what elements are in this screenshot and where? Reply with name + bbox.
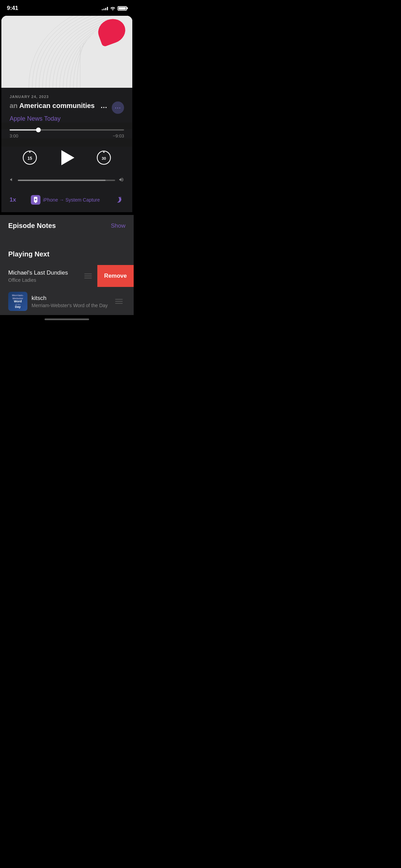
svg-rect-7 <box>35 202 36 203</box>
remove-button[interactable]: Remove <box>97 265 134 287</box>
play-icon <box>61 150 74 165</box>
sleep-timer-button[interactable]: zz <box>114 194 124 205</box>
queue-item-info: kitsch Merriam-Webster's Word of the Day <box>32 295 111 308</box>
battery-icon <box>118 6 127 11</box>
episode-title: an American communities Dead <box>10 101 108 110</box>
episode-notes-header: Episode Notes Show <box>8 222 125 230</box>
device-icon <box>31 195 40 205</box>
drag-handle-wotd[interactable] <box>111 299 128 304</box>
svg-text:zz: zz <box>119 196 121 198</box>
playback-speed-button[interactable]: 1x <box>10 196 16 203</box>
volume-slider[interactable] <box>18 180 115 181</box>
time-remaining: −9:03 <box>113 133 124 138</box>
play-button[interactable] <box>56 147 78 169</box>
skip-forward-icon: 30 <box>96 150 112 166</box>
episode-title-row: an American communities Dead ··· <box>10 101 124 114</box>
volume-fill <box>18 180 106 181</box>
queue-item: Michael's Last Dundies Office Ladies Rem… <box>8 265 134 287</box>
status-icons <box>102 6 127 11</box>
time-row: 3:00 −9:03 <box>10 133 124 138</box>
volume-min-icon <box>10 177 14 183</box>
queue-item-show: Office Ladies <box>8 277 80 283</box>
queue-item-art: Merriam- Webster Word of the Day <box>8 292 27 311</box>
episode-notes-section: Episode Notes Show <box>0 215 134 243</box>
episode-date: JANUARY 24, 2023 <box>10 95 124 99</box>
home-bar <box>45 318 89 320</box>
queue-item-content: Michael's Last Dundies Office Ladies <box>8 265 80 287</box>
svg-text:30: 30 <box>102 156 106 160</box>
episode-notes-title: Episode Notes <box>8 222 56 230</box>
queue-item-wotd: Merriam- Webster Word of the Day kitsch … <box>8 288 134 315</box>
playing-next-title: Playing Next <box>8 250 134 258</box>
volume-section <box>1 177 132 190</box>
queue-item-title: Michael's Last Dundies <box>8 269 80 276</box>
output-device-button[interactable]: iPhone → System Capture <box>31 195 100 205</box>
more-options-button[interactable]: ··· <box>112 101 124 114</box>
player-info: JANUARY 24, 2023 an American communities… <box>1 88 132 122</box>
bottom-controls: 1x iPhone → System Capture zz <box>1 190 132 212</box>
status-bar: 9:41 <box>0 0 134 14</box>
album-art <box>1 16 132 88</box>
skip-back-icon: 15 <box>22 150 38 166</box>
queue-item-title-wotd: kitsch <box>32 295 111 302</box>
playback-controls: 15 30 <box>1 147 132 177</box>
home-indicator <box>0 315 134 327</box>
progress-section: 3:00 −9:03 <box>1 129 132 138</box>
progress-bar[interactable] <box>10 129 124 131</box>
wifi-icon <box>110 6 116 10</box>
skip-back-button[interactable]: 15 <box>20 148 39 167</box>
svg-text:15: 15 <box>27 156 32 161</box>
podcast-name[interactable]: Apple News Today <box>10 115 124 122</box>
playing-next-section: Playing Next Michael's Last Dundies Offi… <box>0 243 134 315</box>
time-elapsed: 3:00 <box>10 133 18 138</box>
queue-item-show-wotd: Merriam-Webster's Word of the Day <box>32 303 111 308</box>
output-device-label: iPhone → System Capture <box>43 197 100 203</box>
skip-forward-button[interactable]: 30 <box>94 148 113 167</box>
volume-max-icon <box>119 177 124 183</box>
progress-fill <box>10 129 38 131</box>
progress-thumb <box>36 128 41 132</box>
svg-point-6 <box>35 199 36 201</box>
sleep-timer-icon: zz <box>114 194 124 204</box>
status-time: 9:41 <box>7 5 18 12</box>
episode-notes-show-button[interactable]: Show <box>111 222 125 229</box>
more-dots-icon: ··· <box>115 105 121 111</box>
signal-bars-icon <box>102 6 108 10</box>
drag-handle[interactable] <box>80 274 97 278</box>
player-container: JANUARY 24, 2023 an American communities… <box>1 16 132 212</box>
